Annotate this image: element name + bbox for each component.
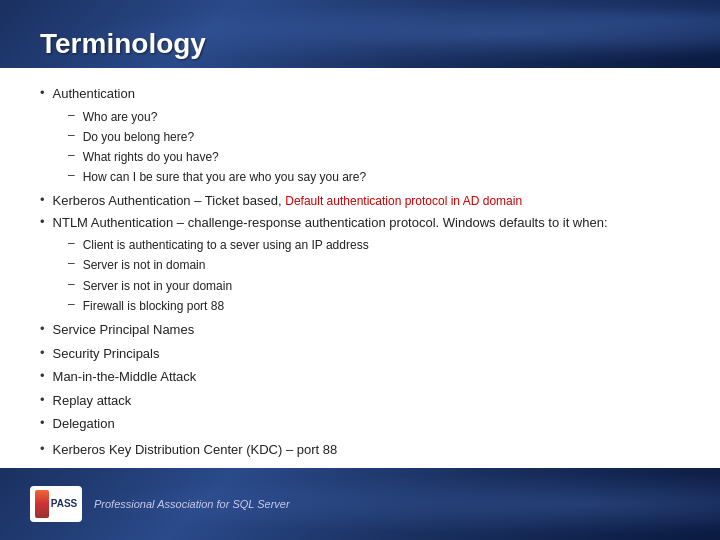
pass-logo-inner: PASS [30,486,82,522]
pass-logo: PASS Professional Association for SQL Se… [30,486,290,522]
sub-bullet-4: – How can I be sure that you are who you… [68,168,680,187]
bullet-icon-1: • [40,85,45,100]
bullet-icon-9: • [40,441,45,456]
dash-4: – [68,168,75,182]
security-principals-label: Security Principals [53,344,160,364]
bullet-spn: • Service Principal Names [40,320,680,340]
sub-text-4: How can I be sure that you are who you s… [83,168,367,187]
ntlm-dash-4: – [68,297,75,311]
ntlm-sub-bullets: – Client is authenticating to a sever us… [68,236,680,316]
sub-text-2: Do you belong here? [83,128,194,147]
pass-logo-text: PASS [51,499,78,509]
slide: Terminology • Authentication – Who are y… [0,0,720,540]
bullet-security-principals: • Security Principals [40,344,680,364]
dash-2: – [68,128,75,142]
mitm-label: Man-in-the-Middle Attack [53,367,197,387]
ntlm-sub-4: – Firewall is blocking port 88 [68,297,680,316]
delegation-label: Delegation [53,414,115,434]
pass-logo-box: PASS [30,486,82,522]
kdc-label: Kerberos Key Distribution Center (KDC) –… [53,440,338,460]
bullet-replay: • Replay attack [40,391,680,411]
ntlm-dash-1: – [68,236,75,250]
pass-tagline: Professional Association for SQL Server [94,498,290,510]
bottom-banner: PASS Professional Association for SQL Se… [0,468,720,540]
bullet-icon-4: • [40,321,45,336]
bullet-delegation: • Delegation [40,414,680,434]
bullet-icon-5: • [40,345,45,360]
bullet-icon-3: • [40,214,45,229]
bullet-icon-6: • [40,368,45,383]
bullet-mitm: • Man-in-the-Middle Attack [40,367,680,387]
ntlm-sub-1: – Client is authenticating to a sever us… [68,236,680,255]
ntlm-sub-text-2: Server is not in domain [83,256,206,275]
bullet-kerberos: • Kerberos Authentication – Ticket based… [40,191,680,211]
sub-bullet-1: – Who are you? [68,108,680,127]
bullet-kdc: • Kerberos Key Distribution Center (KDC)… [40,440,680,460]
bullet-ntlm: • NTLM Authentication – challenge-respon… [40,213,680,233]
sub-bullet-3: – What rights do you have? [68,148,680,167]
slide-title: Terminology [40,28,206,60]
content-area: • Authentication – Who are you? – Do you… [0,68,720,468]
top-banner: Terminology [0,0,720,68]
dash-1: – [68,108,75,122]
sub-bullet-2: – Do you belong here? [68,128,680,147]
ntlm-dash-3: – [68,277,75,291]
kerberos-text: Kerberos Authentication – Ticket based, … [53,191,523,211]
sub-text-1: Who are you? [83,108,158,127]
replay-label: Replay attack [53,391,132,411]
ntlm-text: NTLM Authentication – challenge-response… [53,213,608,233]
bullet-authentication: • Authentication [40,84,680,104]
bullet-icon-7: • [40,392,45,407]
bullet-icon-8: • [40,415,45,430]
auth-sub-bullets: – Who are you? – Do you belong here? – W… [68,108,680,188]
ntlm-sub-2: – Server is not in domain [68,256,680,275]
ntlm-sub-3: – Server is not in your domain [68,277,680,296]
ntlm-sub-text-3: Server is not in your domain [83,277,232,296]
ntlm-sub-text-1: Client is authenticating to a sever usin… [83,236,369,255]
kerberos-suffix: Default authentication protocol in AD do… [285,194,522,208]
spn-label: Service Principal Names [53,320,195,340]
ntlm-sub-text-4: Firewall is blocking port 88 [83,297,224,316]
pass-logo-stripe [35,490,49,518]
authentication-label: Authentication [53,84,135,104]
dash-3: – [68,148,75,162]
ntlm-dash-2: – [68,256,75,270]
sub-text-3: What rights do you have? [83,148,219,167]
bullet-icon-2: • [40,192,45,207]
